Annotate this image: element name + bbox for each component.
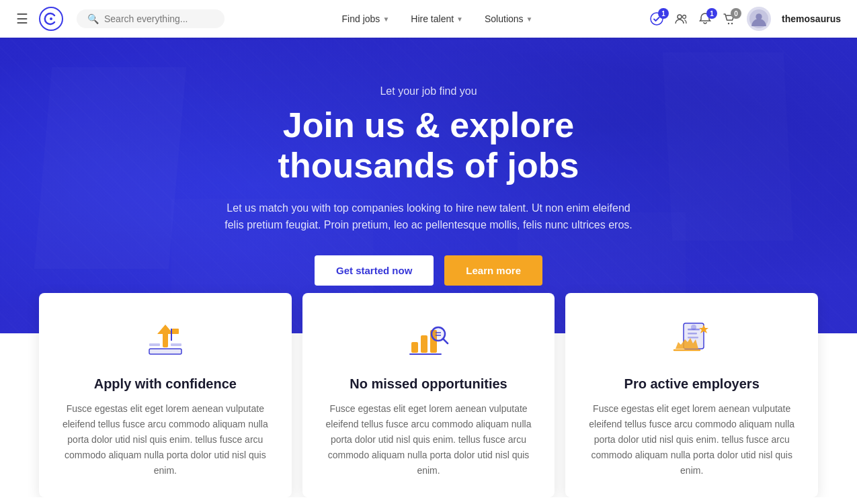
hero-buttons: Get started now Learn more (207, 255, 651, 286)
card-apply: Apply with confidence Fusce egestas elit… (39, 293, 292, 497)
svg-rect-15 (411, 342, 418, 353)
card-employers-text: Fusce egestas elit eget lorem aenean vul… (585, 401, 798, 478)
card-apply-icon (59, 317, 272, 364)
svg-point-5 (731, 23, 733, 24)
nav-menu: Find jobs ▼ Hire talent ▼ Solutions ▼ (225, 13, 650, 24)
hero-content: Let your job find you Join us & explore … (194, 85, 664, 286)
logo-icon (39, 7, 63, 31)
svg-rect-9 (163, 333, 168, 347)
nav-hire-talent[interactable]: Hire talent ▼ (411, 13, 463, 24)
svg-rect-8 (149, 349, 181, 354)
chevron-down-icon: ▼ (382, 15, 389, 23)
search-icon: 🔍 (87, 13, 99, 24)
svg-rect-26 (688, 337, 698, 339)
username-label: themosaurus (782, 13, 841, 24)
svg-point-2 (678, 15, 682, 19)
svg-rect-12 (172, 329, 179, 334)
hero-description: Let us match you with top companies look… (220, 200, 637, 234)
cart-button[interactable]: 0 (723, 12, 736, 26)
hero-section: Let your job find you Join us & explore … (0, 38, 857, 333)
avatar[interactable] (747, 7, 771, 31)
cart-badge: 0 (731, 8, 741, 19)
card-opportunities: No missed opportunities Fusce egestas el… (302, 293, 555, 497)
svg-rect-16 (421, 335, 427, 353)
logo[interactable] (39, 7, 63, 31)
hero-title: Join us & explore thousands of jobs (207, 106, 651, 186)
card-apply-title: Apply with confidence (59, 376, 272, 392)
feature-cards-section: Apply with confidence Fusce egestas elit… (0, 293, 857, 497)
card-employers-icon (585, 317, 798, 364)
contacts-button[interactable] (674, 12, 688, 26)
svg-point-4 (728, 23, 729, 24)
svg-point-3 (683, 15, 686, 19)
nav-solutions[interactable]: Solutions ▼ (485, 13, 533, 24)
svg-point-0 (50, 17, 52, 20)
notifications-button[interactable]: 1 (698, 12, 712, 26)
navbar: ☰ 🔍 Find jobs ▼ Hire talent ▼ Solutions … (0, 0, 857, 38)
svg-rect-25 (688, 333, 697, 335)
check-notifications-button[interactable]: 1 (650, 12, 663, 26)
svg-point-27 (691, 325, 696, 330)
card-opportunities-text: Fusce egestas elit eget lorem aenean vul… (323, 401, 535, 478)
svg-rect-13 (149, 343, 160, 346)
card-opportunities-title: No missed opportunities (323, 376, 535, 392)
search-input[interactable] (104, 13, 212, 24)
hero-tagline: Let your job find you (207, 85, 651, 97)
chevron-down-icon: ▼ (456, 15, 463, 23)
chevron-down-icon: ▼ (526, 15, 533, 23)
nav-find-jobs[interactable]: Find jobs ▼ (342, 13, 390, 24)
svg-rect-14 (171, 343, 181, 346)
learn-more-button[interactable]: Learn more (444, 255, 542, 286)
card-employers-title: Pro active employers (585, 376, 798, 392)
nav-right-actions: 1 1 0 (650, 7, 841, 31)
card-apply-text: Fusce egestas elit eget lorem aenean vul… (59, 401, 272, 478)
svg-rect-11 (171, 329, 172, 341)
search-bar[interactable]: 🔍 (77, 9, 225, 28)
check-badge: 1 (658, 8, 669, 19)
svg-line-19 (443, 339, 448, 343)
get-started-button[interactable]: Get started now (315, 255, 434, 286)
card-opportunities-icon (323, 317, 535, 364)
card-employers: Pro active employers Fusce egestas elit … (565, 293, 818, 497)
hamburger-menu[interactable]: ☰ (16, 11, 28, 27)
notification-badge: 1 (706, 8, 717, 19)
